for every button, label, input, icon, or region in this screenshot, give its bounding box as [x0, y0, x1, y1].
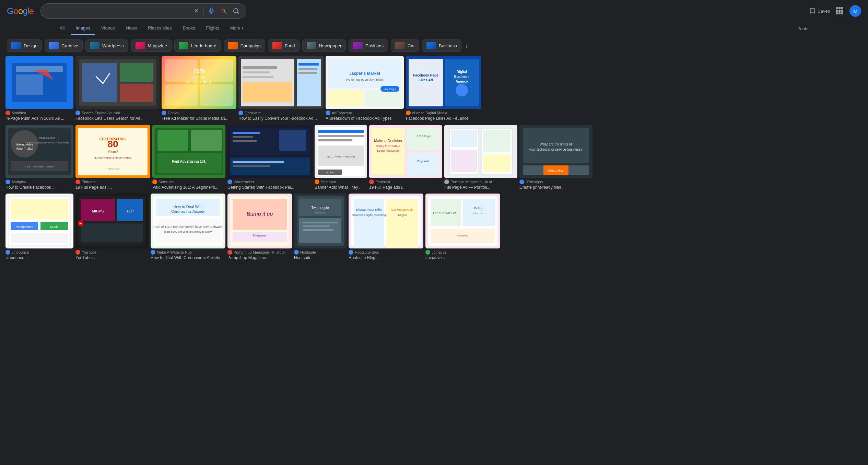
tab-images[interactable]: Images: [71, 22, 95, 35]
image-card-9[interactable]: Paid Advertising 101 Semrush Paid Advert…: [152, 125, 225, 193]
image-thumbnail-11: Top 10 World Premieres notice: [315, 125, 367, 178]
svg-text:Make a Decision: Make a Decision: [374, 139, 402, 143]
image-meta-13: Portfolio Magazine · In st... Full Page …: [444, 178, 517, 193]
image-thumbnail-20: Sharpen your skills Real-world digital m…: [349, 194, 423, 248]
tab-flights[interactable]: Flights: [201, 22, 224, 35]
apps-grid-icon[interactable]: [836, 7, 844, 15]
image-thumbnail-2: [75, 56, 160, 109]
image-card-1[interactable]: Mobidea In-Page Push Ads in 2024: All ..…: [5, 56, 73, 124]
image-card-21[interactable]: LET'S START W... Dr.Jart+ online store J…: [425, 194, 500, 264]
image-meta-1: Mobidea In-Page Push Ads in 2024: All ..…: [5, 109, 73, 124]
image-thumbnail-15: Headphones Music: [5, 194, 73, 248]
image-thumbnail-13: [444, 125, 517, 178]
search-submit-button[interactable]: [232, 7, 241, 15]
tools-button[interactable]: Tools: [793, 23, 813, 34]
filter-bar: Design Creative Wordpress Magazine Leade…: [0, 35, 868, 56]
image-meta-8: Pinterest 19 Full Page ads i...: [75, 178, 150, 193]
image-card-13[interactable]: Portfolio Magazine · In st... Full Page …: [444, 125, 517, 193]
image-source-1: Mobidea: [5, 111, 73, 115]
svg-rect-20: [165, 84, 198, 106]
image-card-10[interactable]: Wordtracker Getting Started With Faceboo…: [227, 125, 313, 193]
image-thumbnail-21: LET'S START W... Dr.Jart+ online store J…: [425, 194, 500, 248]
image-row-2: Making Adve More Profital madgicx.com Th…: [5, 125, 863, 193]
filter-chip-newspaper[interactable]: Newspaper: [302, 39, 346, 52]
source-favicon-5: [326, 111, 330, 115]
bookmark-icon: [809, 8, 816, 14]
voice-search-button[interactable]: [207, 7, 216, 15]
chip-thumb-car: [395, 42, 405, 49]
saved-button[interactable]: Saved: [809, 8, 830, 14]
image-card-14[interactable]: What are the limits of your technical or…: [519, 125, 593, 193]
image-source-8: Pinterest: [75, 179, 150, 184]
image-source-2: Search Engine Journal: [75, 111, 160, 115]
image-card-7[interactable]: Making Adve More Profital madgicx.com Th…: [5, 125, 73, 193]
image-card-3[interactable]: 75% OFF ON EVERY THING! Canva Free Ad Ma…: [162, 56, 236, 124]
image-meta-16: YouTube YouTube...: [75, 248, 149, 264]
filter-chip-business[interactable]: Business: [422, 39, 461, 52]
image-card-6[interactable]: Facebook Page Likes Ad Digital Business …: [406, 56, 481, 124]
svg-text:What are the limits of: What are the limits of: [540, 142, 572, 146]
svg-rect-105: [451, 150, 477, 172]
image-source-12: Pinterest: [369, 179, 442, 184]
filter-chip-campaign[interactable]: Campaign: [224, 39, 265, 52]
tab-books[interactable]: Books: [178, 22, 200, 35]
image-meta-2: Search Engine Journal Facebook Lets User…: [75, 109, 160, 124]
svg-rect-152: [303, 222, 338, 223]
tab-all[interactable]: All: [55, 22, 69, 35]
svg-text:Jasper's Market: Jasper's Market: [349, 71, 380, 76]
image-card-17[interactable]: How to Deal With Coronavirus Anxiety A s…: [151, 194, 225, 264]
search-icon: [232, 7, 240, 15]
image-title-2: Facebook Lets Users Search for All ...: [75, 116, 160, 121]
filter-scroll-right-button[interactable]: ›: [464, 40, 469, 51]
filter-chip-leaderboard[interactable]: Leaderboard: [174, 39, 221, 52]
svg-rect-44: [409, 59, 443, 106]
image-thumbnail-7: Making Adve More Profital madgicx.com Th…: [5, 125, 73, 178]
google-logo[interactable]: Google: [7, 6, 34, 16]
source-favicon-17: [151, 250, 155, 255]
user-avatar[interactable]: M: [849, 5, 861, 17]
image-card-20[interactable]: Sharpen your skills Real-world digital m…: [349, 194, 423, 264]
tab-news[interactable]: News: [121, 22, 142, 35]
image-card-12[interactable]: Make a Decision Today to Create a Better…: [369, 125, 442, 193]
image-card-18[interactable]: Bump it up Magazine Pump it up Magazine …: [227, 194, 292, 264]
image-card-19[interactable]: Two people standing Hootsuite Hootsuite.…: [294, 194, 347, 264]
image-card-2[interactable]: Search Engine Journal Facebook Lets User…: [75, 56, 160, 124]
image-card-4[interactable]: Qodewire How to Easily Convert Your Face…: [238, 56, 324, 124]
svg-text:19 Full Page: 19 Full Page: [415, 135, 431, 138]
filter-chip-wordpress[interactable]: Wordpress: [85, 39, 128, 52]
svg-text:TOP: TOP: [126, 209, 134, 213]
svg-rect-154: [303, 229, 333, 231]
svg-rect-86: [318, 135, 364, 137]
filter-chip-food[interactable]: Food: [268, 39, 300, 52]
filter-chip-positions[interactable]: Positions: [349, 39, 388, 52]
filter-chip-car[interactable]: Car: [391, 39, 419, 52]
svg-rect-30: [243, 76, 273, 78]
svg-rect-37: [328, 90, 363, 106]
svg-text:More Profital: More Profital: [15, 147, 33, 150]
image-card-15[interactable]: Headphones Music Unbounce Unbounce...: [5, 194, 73, 264]
search-divider: [203, 7, 203, 15]
image-card-8[interactable]: CELEBRATING 80 Years! IN WESTERN NEW YOR…: [75, 125, 150, 193]
clear-search-button[interactable]: ✕: [193, 7, 200, 15]
image-title-18: Pump it up Magazine...: [227, 255, 292, 261]
image-card-11[interactable]: Top 10 World Premieres notice Semrush Ba…: [315, 125, 367, 193]
source-favicon-8: [75, 179, 80, 184]
image-thumbnail-17: How to Deal With Coronavirus Anxiety A s…: [151, 194, 225, 248]
lens-search-button[interactable]: [219, 7, 228, 15]
svg-rect-87: [318, 139, 352, 141]
image-meta-15: Unbounce Unbounce...: [5, 248, 73, 264]
tab-videos[interactable]: Videos: [96, 22, 120, 35]
tab-places[interactable]: Places sites: [143, 22, 176, 35]
image-thumbnail-1: [5, 56, 73, 109]
filter-chip-creative[interactable]: Creative: [45, 39, 82, 52]
image-thumbnail-5: Jasper's Market We're now open downtown!…: [326, 56, 404, 109]
filter-chip-design[interactable]: Design: [7, 39, 42, 52]
source-favicon-19: [294, 250, 299, 255]
tab-more[interactable]: More ▾: [225, 22, 248, 35]
image-card-16[interactable]: MICPS TOP YouTube YouTube...: [75, 194, 149, 264]
image-card-5[interactable]: Jasper's Market We're now open downtown!…: [326, 56, 404, 124]
filter-chip-magazine[interactable]: Magazine: [131, 39, 172, 52]
svg-text:Magazine: Magazine: [253, 234, 266, 237]
svg-text:Coronavirus Anxiety: Coronavirus Anxiety: [171, 209, 205, 213]
search-input[interactable]: page ads: [46, 8, 190, 14]
